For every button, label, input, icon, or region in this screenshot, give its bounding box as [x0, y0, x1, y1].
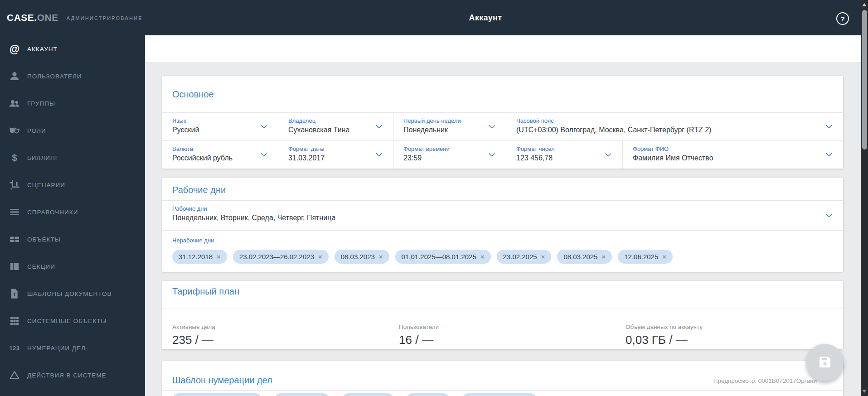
sidebar-item-sections[interactable]: СЕКЦИИ [0, 253, 145, 280]
app-root: CASE.ONE АДМИНИСТРИРОВАНИЕ Аккаунт ? @ А… [0, 0, 868, 396]
help-button[interactable]: ? [836, 12, 849, 25]
chevron-down-icon [376, 150, 382, 156]
field-working-days[interactable]: Рабочие дни Понедельник, Вторник, Среда,… [162, 200, 843, 230]
template-chip[interactable] [406, 393, 450, 396]
numbering-head: Шаблон нумерации дел Предпросмотр: 0001B… [162, 361, 843, 391]
date-chip[interactable]: 08.03.2025× [557, 250, 612, 264]
stat-active-cases: Активные дела 235 / — [162, 324, 389, 347]
sidebar-item-objects[interactable]: ОБЪЕКТЫ [0, 226, 145, 253]
sidebar-item-label: ПОЛЬЗОВАТЕЛИ [27, 73, 82, 80]
remove-icon[interactable]: × [480, 253, 485, 261]
template-chip[interactable] [462, 393, 537, 396]
page-title: Аккаунт [469, 13, 502, 23]
chevron-down-icon [826, 122, 832, 128]
floppy-icon [818, 355, 832, 371]
grid-icon [8, 314, 21, 327]
chevron-down-icon [489, 122, 495, 128]
date-chip[interactable]: 01.01.2025—08.01.2025× [395, 250, 491, 264]
sidebar-item-account[interactable]: @ АККАУНТ [0, 35, 145, 63]
field-currency[interactable]: Валюта Российский рубль [162, 141, 278, 169]
sidebar-item-system-actions[interactable]: ДЕЙСТВИЯ В СИСТЕМЕ [0, 362, 145, 389]
stat-data-volume: Объем данных по аккаунту 0,03 ГБ / — [616, 324, 842, 347]
remove-icon[interactable]: × [601, 253, 606, 261]
save-button[interactable] [806, 344, 844, 381]
section-title: Основное [172, 76, 843, 100]
remove-icon[interactable]: × [379, 253, 383, 261]
date-chip[interactable]: 08.03.2023× [335, 250, 389, 264]
columns-icon [8, 260, 21, 273]
at-icon: @ [8, 43, 21, 55]
sidebar-item-groups[interactable]: ГРУППЫ [0, 90, 145, 117]
brand[interactable]: CASE.ONE АДМИНИСТРИРОВАНИЕ [7, 0, 143, 35]
non-working-days-chips: 31.12.2018× 23.02.2023—26.02.2023× 08.03… [172, 250, 833, 264]
section-title: Тарифный план [172, 281, 843, 297]
sidebar-item-label: СПРАВОЧНИКИ [27, 209, 78, 216]
svg-text:T: T [13, 292, 16, 297]
blocks-icon [8, 233, 21, 246]
sidebar-item-label: РОЛИ [27, 127, 46, 134]
template-chip[interactable] [342, 393, 394, 396]
field-number-format[interactable]: Формат чисел 123 456,78 [506, 141, 622, 169]
sidebar-item-label: ОБЪЕКТЫ [27, 236, 61, 243]
content-header-band [145, 35, 861, 62]
field-first-day[interactable]: Первый день недели Понедельник [393, 113, 506, 140]
sidebar-item-roles[interactable]: РОЛИ [0, 117, 145, 144]
logo-case: CASE. [7, 12, 37, 23]
stat-users: Пользователи 16 / — [389, 324, 616, 347]
chevron-down-icon [826, 150, 832, 156]
remove-icon[interactable]: × [318, 253, 322, 261]
field-date-format[interactable]: Формат даты 31.03.2017 [278, 141, 393, 169]
sidebar-item-label: СИСТЕМНЫЕ ОБЪЕКТЫ [27, 318, 107, 324]
logo: CASE.ONE [7, 12, 58, 23]
sidebar-item-users[interactable]: ПОЛЬЗОВАТЕЛИ [0, 63, 145, 90]
scroll-down-arrow-icon[interactable] [862, 390, 867, 393]
remove-icon[interactable]: × [217, 253, 221, 261]
sidebar-item-billing[interactable]: $ БИЛЛИНГ [0, 144, 145, 171]
sidebar: @ АККАУНТ ПОЛЬЗОВАТЕЛИ ГРУППЫ РОЛИ $ БИЛ… [0, 35, 145, 396]
chevron-down-icon [376, 122, 382, 128]
crop-icon [8, 179, 21, 191]
field-name-format[interactable]: Формат ФИО Фамилия Имя Отчество [622, 141, 843, 169]
sidebar-item-label: ГРУППЫ [27, 100, 55, 107]
sidebar-item-label: СЕКЦИИ [27, 263, 55, 270]
sidebar-item-scenarios[interactable]: СЦЕНАРИИ [0, 171, 145, 198]
sidebar-item-label: ДЕЙСТВИЯ В СИСТЕМЕ [27, 372, 107, 379]
remove-icon[interactable]: × [662, 253, 666, 261]
general-section: Основное Язык Русский Владелец Сухановск… [162, 76, 843, 169]
main-content: Основное Язык Русский Владелец Сухановск… [145, 35, 861, 396]
working-days-section: Рабочие дни Рабочие дни Понедельник, Вто… [162, 178, 843, 272]
date-chip[interactable]: 31.12.2018× [172, 250, 227, 264]
general-row-2: Валюта Российский рубль Формат даты 31.0… [162, 140, 843, 169]
sidebar-item-label: ШАБЛОНЫ ДОКУМЕНТОВ [27, 290, 112, 297]
template-chip[interactable] [172, 393, 262, 396]
working-days-head: Рабочие дни [162, 178, 843, 200]
numbers-icon: 123 [8, 342, 21, 354]
template-chip[interactable] [274, 393, 330, 396]
sidebar-item-document-templates[interactable]: T ШАБЛОНЫ ДОКУМЕНТОВ [0, 280, 145, 307]
remove-icon[interactable]: × [541, 253, 545, 261]
sidebar-item-label: НУМЕРАЦИИ ДЕЛ [27, 345, 86, 352]
top-header: CASE.ONE АДМИНИСТРИРОВАНИЕ Аккаунт ? [0, 0, 861, 35]
triangle-icon [8, 369, 21, 382]
chevron-down-icon [605, 150, 611, 156]
scrollbar-thumb[interactable] [862, 10, 867, 150]
field-language[interactable]: Язык Русский [162, 113, 278, 140]
sidebar-item-system-objects[interactable]: СИСТЕМНЫЕ ОБЪЕКТЫ [0, 307, 145, 334]
date-chip[interactable]: 23.02.2025× [497, 250, 552, 264]
field-time-format[interactable]: Формат времени 23:59 [393, 141, 506, 169]
sidebar-item-directories[interactable]: СПРАВОЧНИКИ [0, 198, 145, 226]
tariff-stats: Активные дела 235 / — Пользователи 16 / … [162, 309, 843, 347]
sidebar-item-label: СЦЕНАРИИ [27, 182, 65, 188]
numbering-template-chips [162, 391, 843, 396]
date-chip[interactable]: 12.06.2025× [618, 250, 673, 264]
sidebar-item-label: АККАУНТ [27, 46, 58, 53]
general-row-1: Язык Русский Владелец Сухановская Тина П… [162, 112, 843, 140]
field-timezone[interactable]: Часовой пояс (UTC+03:00) Волгоград, Моск… [506, 113, 843, 140]
date-chip[interactable]: 23.02.2023—26.02.2023× [233, 250, 329, 264]
dollar-icon: $ [8, 151, 21, 164]
question-icon: ? [840, 15, 844, 23]
scrollbar[interactable] [861, 0, 868, 396]
field-owner[interactable]: Владелец Сухановская Тина [278, 113, 393, 140]
sidebar-item-case-numbering[interactable]: 123 НУМЕРАЦИИ ДЕЛ [0, 334, 145, 362]
scroll-up-arrow-icon[interactable] [862, 3, 867, 6]
